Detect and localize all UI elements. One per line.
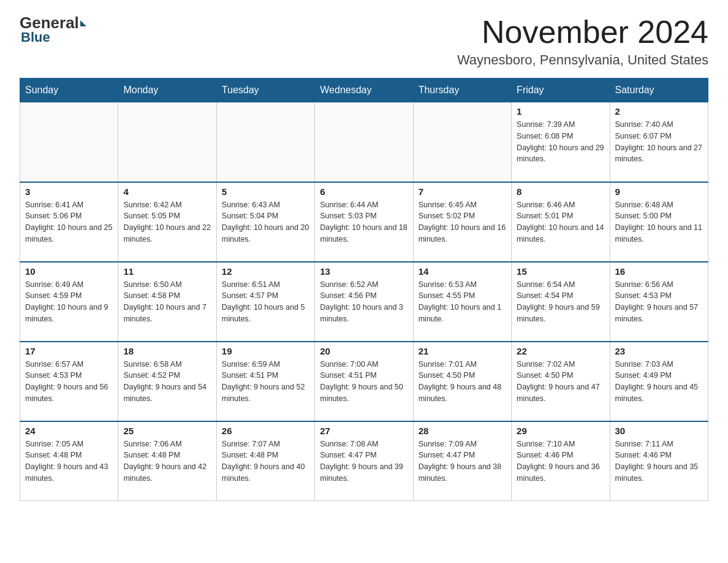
calendar-week-row: 3Sunrise: 6:41 AMSunset: 5:06 PMDaylight… <box>20 182 708 262</box>
day-number: 14 <box>419 266 506 277</box>
calendar-cell: 30Sunrise: 7:11 AMSunset: 4:46 PMDayligh… <box>610 421 708 501</box>
day-sun-info: Sunrise: 7:06 AMSunset: 4:48 PMDaylight:… <box>123 439 211 484</box>
day-sun-info: Sunrise: 7:11 AMSunset: 4:46 PMDaylight:… <box>615 439 703 484</box>
logo-general-text: General <box>20 15 86 31</box>
calendar-cell: 22Sunrise: 7:02 AMSunset: 4:50 PMDayligh… <box>512 342 610 421</box>
calendar-cell: 15Sunrise: 6:54 AMSunset: 4:54 PMDayligh… <box>512 262 610 342</box>
day-number: 17 <box>25 346 113 356</box>
day-number: 30 <box>615 426 703 436</box>
logo: General Blue <box>20 15 86 44</box>
month-title: November 2024 <box>457 15 708 50</box>
day-number: 25 <box>123 426 211 436</box>
day-number: 29 <box>517 426 604 436</box>
day-sun-info: Sunrise: 6:54 AMSunset: 4:54 PMDaylight:… <box>517 279 604 325</box>
day-number: 21 <box>419 346 506 356</box>
day-sun-info: Sunrise: 6:46 AMSunset: 5:01 PMDaylight:… <box>517 199 604 245</box>
calendar-cell <box>315 102 413 182</box>
day-number: 1 <box>517 106 604 117</box>
day-number: 8 <box>517 186 604 197</box>
day-number: 12 <box>222 266 309 277</box>
day-sun-info: Sunrise: 7:05 AMSunset: 4:48 PMDaylight:… <box>25 439 113 484</box>
calendar-cell: 23Sunrise: 7:03 AMSunset: 4:49 PMDayligh… <box>610 342 708 421</box>
day-of-week-header: Thursday <box>413 79 511 102</box>
day-sun-info: Sunrise: 6:50 AMSunset: 4:58 PMDaylight:… <box>123 279 211 325</box>
day-number: 15 <box>517 266 604 277</box>
day-number: 26 <box>222 426 309 436</box>
day-of-week-header: Saturday <box>610 79 708 102</box>
calendar-table: SundayMondayTuesdayWednesdayThursdayFrid… <box>20 78 708 501</box>
logo-arrow-icon <box>80 20 86 26</box>
day-number: 2 <box>615 106 703 117</box>
calendar-cell: 14Sunrise: 6:53 AMSunset: 4:55 PMDayligh… <box>413 262 511 342</box>
day-of-week-header: Sunday <box>20 79 118 102</box>
title-section: November 2024 Waynesboro, Pennsylvania, … <box>457 15 708 68</box>
day-of-week-header: Wednesday <box>315 79 413 102</box>
day-sun-info: Sunrise: 7:00 AMSunset: 4:51 PMDaylight:… <box>320 359 408 405</box>
day-number: 10 <box>25 266 113 277</box>
location-title: Waynesboro, Pennsylvania, United States <box>457 52 708 68</box>
day-of-week-header: Friday <box>512 79 610 102</box>
calendar-cell: 9Sunrise: 6:48 AMSunset: 5:00 PMDaylight… <box>610 182 708 262</box>
logo-general-word: General <box>20 15 79 31</box>
day-number: 16 <box>615 266 703 277</box>
day-sun-info: Sunrise: 7:08 AMSunset: 4:47 PMDaylight:… <box>320 439 408 484</box>
calendar-cell: 2Sunrise: 7:40 AMSunset: 6:07 PMDaylight… <box>610 102 708 182</box>
day-sun-info: Sunrise: 6:48 AMSunset: 5:00 PMDaylight:… <box>615 199 703 245</box>
day-sun-info: Sunrise: 7:03 AMSunset: 4:49 PMDaylight:… <box>615 359 703 405</box>
day-number: 23 <box>615 346 703 356</box>
day-sun-info: Sunrise: 7:01 AMSunset: 4:50 PMDaylight:… <box>419 359 506 405</box>
day-number: 22 <box>517 346 604 356</box>
calendar-cell <box>216 102 314 182</box>
calendar-week-row: 17Sunrise: 6:57 AMSunset: 4:53 PMDayligh… <box>20 342 708 421</box>
day-number: 3 <box>25 186 113 197</box>
calendar-cell: 11Sunrise: 6:50 AMSunset: 4:58 PMDayligh… <box>118 262 216 342</box>
calendar-cell: 24Sunrise: 7:05 AMSunset: 4:48 PMDayligh… <box>20 421 118 501</box>
calendar-cell: 13Sunrise: 6:52 AMSunset: 4:56 PMDayligh… <box>315 262 413 342</box>
calendar-cell: 25Sunrise: 7:06 AMSunset: 4:48 PMDayligh… <box>118 421 216 501</box>
calendar-cell: 1Sunrise: 7:39 AMSunset: 6:08 PMDaylight… <box>512 102 610 182</box>
day-number: 27 <box>320 426 408 436</box>
calendar-cell: 3Sunrise: 6:41 AMSunset: 5:06 PMDaylight… <box>20 182 118 262</box>
day-number: 28 <box>419 426 506 436</box>
calendar-week-row: 1Sunrise: 7:39 AMSunset: 6:08 PMDaylight… <box>20 102 708 182</box>
day-sun-info: Sunrise: 6:49 AMSunset: 4:59 PMDaylight:… <box>25 279 113 325</box>
day-number: 4 <box>123 186 211 197</box>
calendar-header-row: SundayMondayTuesdayWednesdayThursdayFrid… <box>20 79 708 102</box>
day-number: 24 <box>25 426 113 436</box>
calendar-week-row: 24Sunrise: 7:05 AMSunset: 4:48 PMDayligh… <box>20 421 708 501</box>
day-of-week-header: Tuesday <box>216 79 314 102</box>
calendar-cell: 8Sunrise: 6:46 AMSunset: 5:01 PMDaylight… <box>512 182 610 262</box>
calendar-cell: 7Sunrise: 6:45 AMSunset: 5:02 PMDaylight… <box>413 182 511 262</box>
logo-blue-text: Blue <box>21 31 50 44</box>
day-sun-info: Sunrise: 6:59 AMSunset: 4:51 PMDaylight:… <box>222 359 309 405</box>
day-sun-info: Sunrise: 7:02 AMSunset: 4:50 PMDaylight:… <box>517 359 604 405</box>
calendar-cell: 18Sunrise: 6:58 AMSunset: 4:52 PMDayligh… <box>118 342 216 421</box>
calendar-cell: 17Sunrise: 6:57 AMSunset: 4:53 PMDayligh… <box>20 342 118 421</box>
calendar-cell <box>20 102 118 182</box>
day-sun-info: Sunrise: 6:42 AMSunset: 5:05 PMDaylight:… <box>123 199 211 245</box>
calendar-cell <box>118 102 216 182</box>
day-sun-info: Sunrise: 6:44 AMSunset: 5:03 PMDaylight:… <box>320 199 408 245</box>
day-sun-info: Sunrise: 7:39 AMSunset: 6:08 PMDaylight:… <box>517 119 604 165</box>
page-header: General Blue November 2024 Waynesboro, P… <box>20 15 708 68</box>
day-number: 13 <box>320 266 408 277</box>
calendar-cell: 20Sunrise: 7:00 AMSunset: 4:51 PMDayligh… <box>315 342 413 421</box>
calendar-cell: 27Sunrise: 7:08 AMSunset: 4:47 PMDayligh… <box>315 421 413 501</box>
day-sun-info: Sunrise: 7:10 AMSunset: 4:46 PMDaylight:… <box>517 439 604 484</box>
day-number: 6 <box>320 186 408 197</box>
day-sun-info: Sunrise: 6:52 AMSunset: 4:56 PMDaylight:… <box>320 279 408 325</box>
day-number: 9 <box>615 186 703 197</box>
calendar-week-row: 10Sunrise: 6:49 AMSunset: 4:59 PMDayligh… <box>20 262 708 342</box>
day-sun-info: Sunrise: 6:43 AMSunset: 5:04 PMDaylight:… <box>222 199 309 245</box>
calendar-cell: 12Sunrise: 6:51 AMSunset: 4:57 PMDayligh… <box>216 262 314 342</box>
day-sun-info: Sunrise: 6:45 AMSunset: 5:02 PMDaylight:… <box>419 199 506 245</box>
day-sun-info: Sunrise: 6:56 AMSunset: 4:53 PMDaylight:… <box>615 279 703 325</box>
day-sun-info: Sunrise: 6:58 AMSunset: 4:52 PMDaylight:… <box>123 359 211 405</box>
day-sun-info: Sunrise: 6:51 AMSunset: 4:57 PMDaylight:… <box>222 279 309 325</box>
calendar-cell: 5Sunrise: 6:43 AMSunset: 5:04 PMDaylight… <box>216 182 314 262</box>
day-sun-info: Sunrise: 6:53 AMSunset: 4:55 PMDaylight:… <box>419 279 506 325</box>
calendar-cell: 26Sunrise: 7:07 AMSunset: 4:48 PMDayligh… <box>216 421 314 501</box>
calendar-cell: 4Sunrise: 6:42 AMSunset: 5:05 PMDaylight… <box>118 182 216 262</box>
day-sun-info: Sunrise: 6:41 AMSunset: 5:06 PMDaylight:… <box>25 199 113 245</box>
day-number: 5 <box>222 186 309 197</box>
